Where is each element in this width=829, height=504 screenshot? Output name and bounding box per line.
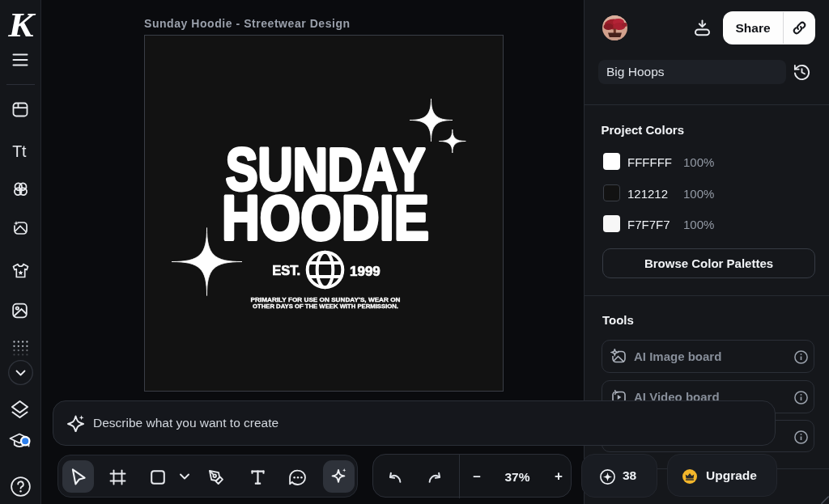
svg-text:OTHER DAYS OF THE WEEK WITH PE: OTHER DAYS OF THE WEEK WITH PERMISSION. bbox=[253, 303, 398, 310]
svg-text:1999: 1999 bbox=[350, 264, 380, 279]
svg-text:Tt: Tt bbox=[12, 142, 27, 160]
svg-text:HOODIE: HOODIE bbox=[222, 183, 429, 252]
svg-text:EST.: EST. bbox=[272, 263, 300, 277]
svg-text:K: K bbox=[7, 8, 36, 39]
